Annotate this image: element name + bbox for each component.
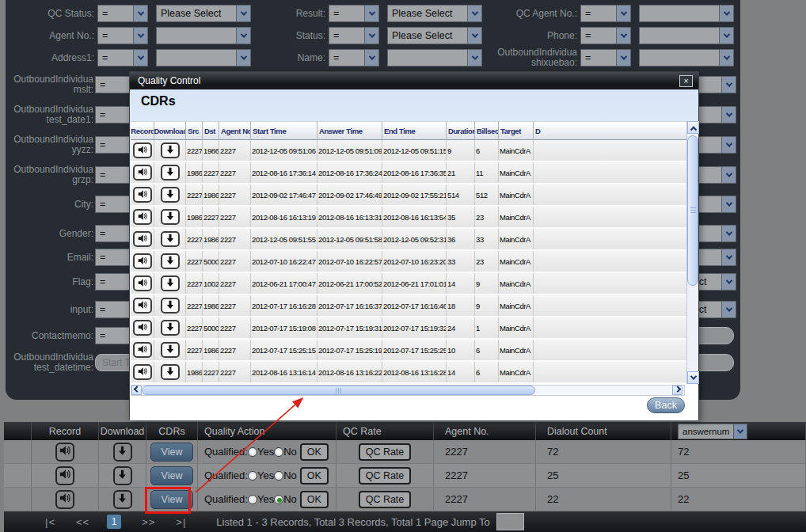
- play-record-button[interactable]: [133, 342, 152, 358]
- jump-to-page-input[interactable]: [496, 513, 524, 530]
- modal-title-bar[interactable]: Quality Control ×: [130, 72, 698, 89]
- horizontal-scrollbar[interactable]: [131, 385, 685, 396]
- view-cdrs-button[interactable]: View: [150, 466, 193, 485]
- billsec-cell: 23: [475, 207, 499, 227]
- prev-page-button[interactable]: <<: [76, 516, 89, 528]
- answer-time-cell: 2012-09-02 17:46:49: [317, 184, 382, 205]
- play-record-button[interactable]: [133, 187, 152, 203]
- play-record-button[interactable]: [133, 209, 152, 225]
- record-cell: [32, 440, 99, 464]
- download-record-button[interactable]: [161, 142, 180, 158]
- qualified-no-radio[interactable]: [274, 471, 283, 481]
- download-cell: [154, 273, 186, 294]
- download-record-button[interactable]: [161, 276, 180, 291]
- download-record-button[interactable]: [161, 165, 180, 180]
- qc-rate-button[interactable]: QC Rate: [359, 491, 412, 508]
- download-record-button[interactable]: [113, 443, 132, 462]
- qualified-no-radio[interactable]: [274, 447, 283, 457]
- agent-no-cell: 2227: [219, 184, 251, 205]
- first-page-button[interactable]: |<: [45, 516, 55, 528]
- ok-button[interactable]: OK: [300, 467, 329, 484]
- qualified-yes-radio[interactable]: [248, 471, 257, 481]
- horizontal-scroll-thumb[interactable]: [142, 386, 535, 395]
- play-record-button[interactable]: [133, 231, 152, 247]
- scroll-left-button[interactable]: [131, 386, 142, 395]
- download-record-button[interactable]: [161, 364, 180, 380]
- speaker-icon: [138, 167, 147, 179]
- disposition-cell: [534, 162, 687, 183]
- scroll-down-button[interactable]: [687, 371, 699, 384]
- speaker-icon: [138, 189, 147, 201]
- download-record-button[interactable]: [161, 187, 180, 203]
- duration-cell: 9: [447, 140, 475, 161]
- duration-cell: 514: [447, 184, 475, 205]
- play-record-button[interactable]: [133, 253, 152, 269]
- modal-title: Quality Control: [138, 75, 200, 86]
- header-download: Download: [154, 121, 186, 140]
- vertical-scroll-thumb[interactable]: [687, 135, 698, 286]
- speaker-icon: [138, 145, 147, 157]
- play-record-button[interactable]: [55, 443, 74, 462]
- speaker-icon: [138, 344, 147, 356]
- play-record-button[interactable]: [133, 364, 152, 380]
- download-record-button[interactable]: [161, 298, 180, 314]
- ok-button[interactable]: OK: [300, 491, 329, 508]
- play-record-button[interactable]: [133, 165, 152, 180]
- scroll-up-button[interactable]: [687, 121, 699, 134]
- download-record-button[interactable]: [113, 466, 132, 485]
- dst-cell: 1986: [203, 229, 219, 249]
- chevron-left-icon: [133, 386, 139, 392]
- answer-time-cell: 2012-08-16 16:13:31: [317, 207, 382, 227]
- download-record-button[interactable]: [113, 490, 132, 509]
- view-cdrs-button[interactable]: View: [150, 443, 193, 462]
- qc-rate-cell: QC Rate: [336, 464, 434, 488]
- download-record-button[interactable]: [161, 209, 180, 225]
- field-label: OutboundIndividua mslt:: [0, 74, 93, 95]
- play-record-button[interactable]: [55, 466, 74, 485]
- download-record-button[interactable]: [161, 342, 180, 358]
- row-spacer-cell: [4, 464, 32, 488]
- qualified-yes-radio[interactable]: [248, 495, 257, 504]
- qc-rate-button[interactable]: QC Rate: [359, 467, 412, 484]
- speaker-icon: [59, 469, 70, 482]
- play-record-button[interactable]: [133, 276, 152, 291]
- end-time-cell: 2012-12-05 09:51:15: [382, 140, 447, 161]
- cdr-table-header: Record Download Src Dst Agent No. Start …: [131, 121, 687, 140]
- back-button[interactable]: Back: [647, 397, 685, 413]
- play-record-button[interactable]: [133, 298, 152, 314]
- duration-cell: 36: [447, 229, 475, 249]
- dst-cell: 5000: [203, 317, 219, 338]
- play-record-button[interactable]: [55, 490, 74, 509]
- results-table-header: Record Download CDRs Quality Action QC R…: [4, 422, 806, 440]
- start-time-cell: 2012-12-05 09:51:06: [251, 140, 317, 161]
- answernum-select[interactable]: answernum: [678, 424, 747, 439]
- header-quality-action: Quality Action: [198, 422, 336, 440]
- next-page-button[interactable]: >>: [142, 516, 155, 528]
- current-page-button[interactable]: 1: [107, 515, 121, 529]
- billsec-cell: 11: [475, 162, 499, 183]
- download-record-button[interactable]: [161, 231, 180, 247]
- cdr-row: 1986 2227 2227 2012-08-16 13:16:14 2012-…: [131, 362, 687, 384]
- download-record-button[interactable]: [161, 320, 180, 336]
- last-page-button[interactable]: >|: [176, 516, 186, 528]
- duration-cell: 10: [447, 340, 475, 360]
- close-icon[interactable]: ×: [679, 75, 693, 87]
- qc-rate-button[interactable]: QC Rate: [359, 443, 412, 461]
- ok-button[interactable]: OK: [300, 443, 329, 461]
- play-record-button[interactable]: [133, 320, 152, 336]
- vertical-scrollbar[interactable]: [686, 121, 698, 384]
- download-arrow-icon: [165, 256, 175, 268]
- qualified-no-radio[interactable]: [274, 495, 283, 504]
- download-record-button[interactable]: [161, 253, 180, 269]
- play-record-button[interactable]: [133, 142, 152, 158]
- download-arrow-icon: [165, 278, 175, 290]
- src-cell: 1986: [186, 207, 203, 227]
- target-cell: MainCdrA: [499, 162, 534, 183]
- answer-time-cell: 2012-07-17 15:19:31: [317, 317, 382, 338]
- qualified-yes-radio[interactable]: [248, 447, 257, 457]
- yes-label: Yes: [257, 493, 274, 505]
- header-target: Target: [499, 121, 534, 140]
- disposition-cell: [534, 295, 687, 316]
- scroll-right-button[interactable]: [672, 386, 682, 395]
- download-cell: [154, 184, 186, 205]
